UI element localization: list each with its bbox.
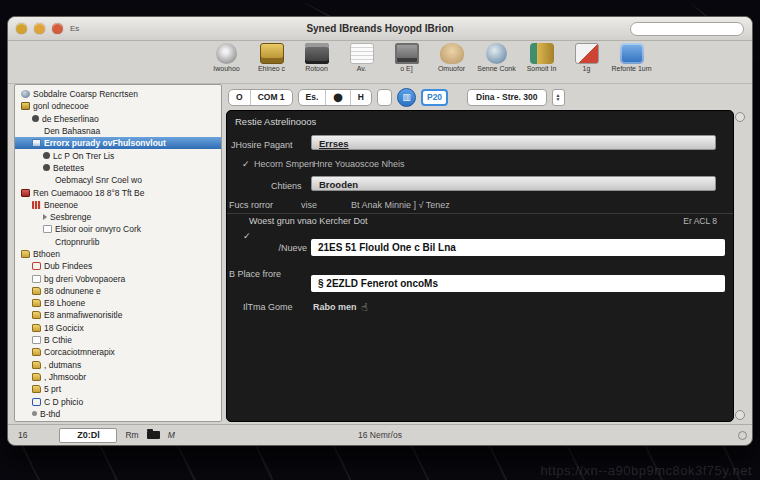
game-field-value[interactable]: Rabo men — [313, 302, 357, 312]
tree-item-label: , Jhmsoobr — [44, 372, 86, 382]
tree-item-label: Elsior ooir onvyro Cork — [55, 224, 141, 234]
field2-input[interactable]: Brooden — [311, 176, 716, 191]
folder-icon — [32, 385, 41, 393]
tree-item[interactable]: E8 anmafiwenorisitle — [15, 309, 221, 321]
toolbar-button-label: Senne Conk — [474, 65, 519, 73]
segment-com1[interactable]: COM 1 — [251, 90, 292, 105]
toolbar-button-label: Ehineo c — [249, 65, 294, 73]
app-window: Es Syned IBreands Hoyopd IBrion IwouhooE… — [7, 16, 753, 446]
tree-item[interactable]: Betettes — [15, 162, 221, 174]
toolbar-button[interactable]: Ehineo c — [249, 43, 294, 73]
toolbar-button[interactable]: Rotoon — [294, 43, 339, 73]
status-right-button[interactable] — [738, 431, 747, 440]
checkmark[interactable]: ✓ — [242, 159, 250, 169]
folder-icon — [32, 287, 41, 295]
refresh-bottom-button[interactable] — [735, 410, 745, 420]
tree-item-label: Den Bahasnaa — [44, 126, 100, 136]
panel-section2-header: Woest grun vnao Kercher Dot — [249, 216, 367, 226]
tree-item-label: B Cthie — [44, 335, 72, 345]
toolbar-button[interactable]: Senne Conk — [474, 43, 519, 73]
gold-drive-icon — [260, 43, 284, 64]
options-row-options[interactable]: Bt Anak Minnie ] √ Tenez — [351, 200, 450, 210]
tree-item[interactable]: Bneenoe — [15, 199, 221, 211]
grid-view-button[interactable]: ▥ — [397, 88, 416, 107]
size-stepper[interactable]: ▲ ▼ — [552, 89, 565, 106]
tree-item[interactable]: Elsior ooir onvyro Cork — [15, 223, 221, 235]
tree-item[interactable]: Crtopnrurlib — [15, 236, 221, 248]
segmented-control-mode: O COM 1 — [228, 89, 293, 106]
sidebar-tree: Sobdalre Coarsp Rencrtsengonl odnecooede… — [14, 84, 222, 422]
tree-item[interactable]: bg dreri Vobvopaoera — [15, 272, 221, 284]
doc-icon — [32, 275, 41, 283]
toolbar-button[interactable]: o E] — [384, 43, 429, 73]
name-field-input[interactable]: 21ES 51 Flould One c Bil Lna — [311, 239, 725, 256]
tree-item-label: Dub Findees — [44, 261, 92, 271]
segment-o[interactable]: O — [229, 90, 251, 105]
tree-item[interactable]: Ren Cuemaooo 18 8°8 Tft Be — [15, 186, 221, 198]
section-divider — [227, 213, 733, 214]
status-center-text: 16 Nemr/os — [8, 430, 752, 440]
tree-item[interactable]: Bthoen — [15, 248, 221, 260]
data-size-dropdown[interactable]: Dina - Stre. 300 — [467, 89, 546, 106]
folder-icon[interactable] — [147, 431, 160, 439]
toolbar-button[interactable]: Omuofor — [429, 43, 474, 73]
tree-item[interactable]: Errorx purady ovFhulsonvlout — [15, 137, 221, 149]
titlebar-search-input[interactable] — [630, 22, 744, 36]
checkmark[interactable]: ✓ — [243, 231, 251, 241]
tree-item[interactable]: , dutmans — [15, 359, 221, 371]
refresh-top-button[interactable] — [735, 112, 745, 122]
zoom-window-button[interactable] — [52, 23, 63, 34]
toolbar-button[interactable]: Iwouhoo — [204, 43, 249, 73]
tree-item-label: bg dreri Vobvopaoera — [44, 274, 125, 284]
doc-icon — [43, 225, 52, 233]
tree-item[interactable]: 5 prt — [15, 383, 221, 395]
close-window-button[interactable] — [16, 23, 27, 34]
tree-item[interactable]: gonl odnecooe — [15, 100, 221, 112]
tree-item[interactable]: 88 odnunene e — [15, 285, 221, 297]
segment-h[interactable]: H — [351, 90, 371, 105]
tree-item[interactable]: Sobdalre Coarsp Rencrtsen — [15, 88, 221, 100]
toolbar-button[interactable]: Refonte 1um — [609, 43, 654, 73]
game-field-label: IlTma Gome — [243, 302, 293, 312]
folder-icon — [32, 373, 41, 381]
grid-red-icon — [32, 201, 41, 209]
blank-button[interactable] — [377, 89, 392, 106]
toolbar-button[interactable]: Av. — [339, 43, 384, 73]
tree-item[interactable]: C D phicio — [15, 395, 221, 407]
tree-item[interactable]: E8 Lhoene — [15, 297, 221, 309]
status-bar: 16 Z0:Dl Rm M 16 Nemr/os — [8, 424, 752, 445]
tree-item[interactable]: B-thd — [15, 408, 221, 420]
tree-item[interactable]: Lc P On Trer Lis — [15, 149, 221, 161]
tree-item-label: Ren Cuemaooo 18 8°8 Tft Be — [33, 188, 144, 198]
doc-icon — [32, 336, 41, 344]
tree-item-label: Sobdalre Coarsp Rencrtsen — [33, 89, 138, 99]
tree-item[interactable]: de Eheserlinao — [15, 113, 221, 125]
toolbar-button-label: 1g — [564, 65, 609, 73]
tree-item[interactable]: Den Bahasnaa — [15, 125, 221, 137]
field1-input[interactable]: Errses — [311, 135, 716, 150]
red-box-icon — [21, 189, 30, 197]
tree-item[interactable]: B Cthie — [15, 334, 221, 346]
p20-badge-button[interactable]: P20 — [421, 89, 448, 106]
tree-item[interactable]: 18 Gocicix — [15, 322, 221, 334]
toolbar-button[interactable]: 1g — [564, 43, 609, 73]
filter-bar: O COM 1 Es. ⬤ H ▥ P20 Dina - Stre. 300 ▲… — [226, 84, 746, 110]
tree-item[interactable]: Sesbrenge — [15, 211, 221, 223]
replace-field-input[interactable]: § 2EZLD Fenerot oncoMs — [311, 275, 725, 292]
tree-item[interactable]: Corcaciotmnerapix — [15, 346, 221, 358]
tree-item-label: Sesbrenge — [50, 212, 91, 222]
tree-item[interactable]: Oebmacyl Snr Coel wo — [15, 174, 221, 186]
folder-icon — [32, 348, 41, 356]
minimize-window-button[interactable] — [34, 23, 45, 34]
tree-item[interactable]: Dub Findees — [15, 260, 221, 272]
titlebar: Es Syned IBreands Hoyopd IBrion — [8, 17, 752, 41]
status-value-box[interactable]: Z0:Dl — [59, 428, 117, 443]
tree-item-label: gonl odnecooe — [33, 101, 89, 111]
globe-icon — [21, 90, 30, 98]
segment-es[interactable]: Es. — [299, 90, 327, 105]
status-mid-label2: M — [168, 430, 175, 440]
segment-ink-icon[interactable]: ⬤ — [326, 90, 351, 105]
section2-header-right: Er ACL 8 — [683, 216, 717, 226]
toolbar-button[interactable]: Somoit In — [519, 43, 564, 73]
tree-item[interactable]: , Jhmsoobr — [15, 371, 221, 383]
